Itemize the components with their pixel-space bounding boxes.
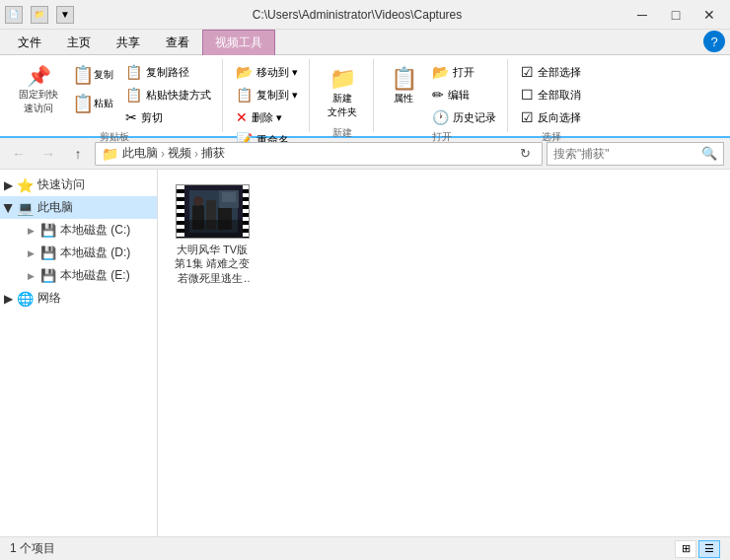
address-thispc[interactable]: 此电脑 [122,145,158,162]
address-videos[interactable]: 视频 [168,145,191,162]
moveto-label: 移动到 ▾ [256,65,298,80]
driveE-label: 本地磁盘 (E:) [60,267,130,284]
dropdown-icon[interactable]: ▼ [56,6,74,24]
invertselect-button[interactable]: ☑ 反向选择 [516,106,586,128]
cut-button[interactable]: ✂ 剪切 [120,106,216,128]
ribbon: 📌 固定到快速访问 📋 复制 📋 粘贴 📋 复制路径 [0,55,730,138]
clipboard-content: 📌 固定到快速访问 📋 复制 📋 粘贴 📋 复制路径 [12,61,216,128]
pasteshortcut-label: 粘贴快捷方式 [146,88,211,103]
driveD-chevron: ▶ [28,248,35,258]
quickaccess-icon: ⭐ [17,177,34,193]
minimize-button[interactable]: ─ [626,4,658,26]
pasteshortcut-button[interactable]: 📋 粘贴快捷方式 [120,84,216,105]
quickaccess-label: 快速访问 [37,176,85,193]
tab-view[interactable]: 查看 [153,30,202,55]
tab-video[interactable]: 视频工具 [202,30,275,55]
title-path: C:\Users\Administrator\Videos\Captures [88,8,626,22]
title-bar-icons: 📄 📁 ▼ [5,6,78,24]
quickaccess-chevron: ▶ [4,178,13,192]
tab-file[interactable]: 文件 [5,30,54,55]
driveD-icon: 💾 [40,245,56,260]
sidebar-item-thispc[interactable]: ▶ 💻 此电脑 [0,196,157,219]
invertselect-label: 反向选择 [538,110,581,125]
selectnone-button[interactable]: ☐ 全部取消 [516,84,586,105]
film-strip-left [177,185,184,238]
file-label-video1: 大明风华 TV版 第1集 靖难之变 若微死里逃生·电视剧·高清完整... [173,243,252,285]
copypath-button[interactable]: 📋 复制路径 [120,61,216,83]
selectall-button[interactable]: ☑ 全部选择 [516,61,586,83]
search-input[interactable] [553,147,701,161]
newfolder-button[interactable]: 📁 新建文件夹 [318,61,367,124]
sidebar-item-driveD[interactable]: ▶ 💾 本地磁盘 (D:) [20,242,157,264]
grid-view-button[interactable]: ⊞ [675,540,696,558]
file-item-video1[interactable]: 大明风华 TV版 第1集 靖难之变 若微死里逃生·电视剧·高清完整... [168,179,256,290]
ribbon-tabs: 文件 主页 共享 查看 视频工具 ? [0,30,730,55]
open-content: 📋 属性 📂 打开 ✏ 编辑 🕐 历史记录 [382,61,501,128]
pin-button[interactable]: 📌 固定到快速访问 [12,61,65,120]
select-content: ☑ 全部选择 ☐ 全部取消 ☑ 反向选择 [516,61,586,128]
help-button[interactable]: ? [703,31,725,52]
list-view-button[interactable]: ☰ [698,540,720,558]
open-col: 📂 打开 ✏ 编辑 🕐 历史记录 [427,61,501,128]
selectall-icon: ☑ [521,64,534,80]
close-button[interactable]: ✕ [694,4,725,26]
network-label: 网络 [37,290,61,307]
toolbar: ← → ↑ 📁 此电脑 › 视频 › 捕获 ↻ 🔍 [0,138,730,170]
address-sep2: › [194,147,198,161]
properties-label: 属性 [394,92,413,105]
history-icon: 🕐 [432,109,449,125]
main-area: ▶ ⭐ 快速访问 ▶ 💻 此电脑 ▶ 💾 本地磁盘 (C:) ▶ 💾 本地磁盘 … [0,170,730,536]
address-folder-icon: 📁 [102,146,118,162]
paste-icon: 📋 [72,93,94,114]
driveC-chevron: ▶ [28,226,35,236]
copyto-button[interactable]: 📋 复制到 ▾ [231,84,303,105]
copyto-icon: 📋 [236,87,253,103]
refresh-button[interactable]: ↻ [514,143,536,165]
history-button[interactable]: 🕐 历史记录 [427,106,501,128]
pasteshortcut-icon: 📋 [125,87,142,103]
tab-home[interactable]: 主页 [54,30,104,55]
maximize-button[interactable]: □ [660,4,692,26]
svg-rect-6 [184,220,243,238]
delete-icon: ✕ [236,109,248,125]
file-thumbnail-video1 [176,184,250,239]
sidebar-item-quickaccess[interactable]: ▶ ⭐ 快速访问 [0,174,157,196]
forward-button[interactable]: → [36,142,61,166]
thispc-chevron: ▶ [2,203,16,212]
sidebar-item-driveC[interactable]: ▶ 💾 本地磁盘 (C:) [20,219,157,242]
selectall-label: 全部选择 [538,65,581,80]
delete-button[interactable]: ✕ 删除 ▾ [231,106,303,128]
status-count: 1 个项目 [10,540,55,557]
paste-label: 粘贴 [94,97,113,110]
moveto-button[interactable]: 📂 移动到 ▾ [231,61,303,83]
properties-button[interactable]: 📋 属性 [382,61,425,110]
back-button[interactable]: ← [6,142,32,166]
new-content: 📁 新建文件夹 [318,61,367,124]
sidebar-item-network[interactable]: ▶ 🌐 网络 [0,287,157,310]
selectnone-icon: ☐ [521,87,534,103]
folder-icon-small[interactable]: 📁 [31,6,48,24]
edit-button[interactable]: ✏ 编辑 [427,84,501,105]
copyto-label: 复制到 ▾ [256,88,298,103]
up-button[interactable]: ↑ [65,142,91,166]
window-controls: ─ □ ✕ [626,4,725,26]
organize-col: 📂 移动到 ▾ 📋 复制到 ▾ ✕ 删除 ▾ 📝 重命名 [231,61,303,151]
ribbon-group-new: 📁 新建文件夹 新建 [312,59,374,132]
search-bar[interactable]: 🔍 [547,142,724,166]
copy-button[interactable]: 📋 复制 [67,61,118,89]
driveD-label: 本地磁盘 (D:) [60,245,130,261]
address-captures[interactable]: 捕获 [201,145,225,162]
delete-label: 删除 ▾ [252,110,282,125]
title-bar: 📄 📁 ▼ C:\Users\Administrator\Videos\Capt… [0,0,730,30]
driveC-icon: 💾 [40,223,56,238]
open-button[interactable]: 📂 打开 [427,61,501,83]
tab-share[interactable]: 共享 [104,30,153,55]
newfolder-label: 新建文件夹 [328,92,357,119]
svg-rect-8 [222,192,236,202]
video-frame [184,185,243,238]
sidebar-item-driveE[interactable]: ▶ 💾 本地磁盘 (E:) [20,264,157,287]
history-label: 历史记录 [453,110,496,125]
copypath-label: 复制路径 [146,65,189,80]
quick-access-icon[interactable]: 📄 [5,6,23,24]
paste-button[interactable]: 📋 粘贴 [67,90,118,117]
